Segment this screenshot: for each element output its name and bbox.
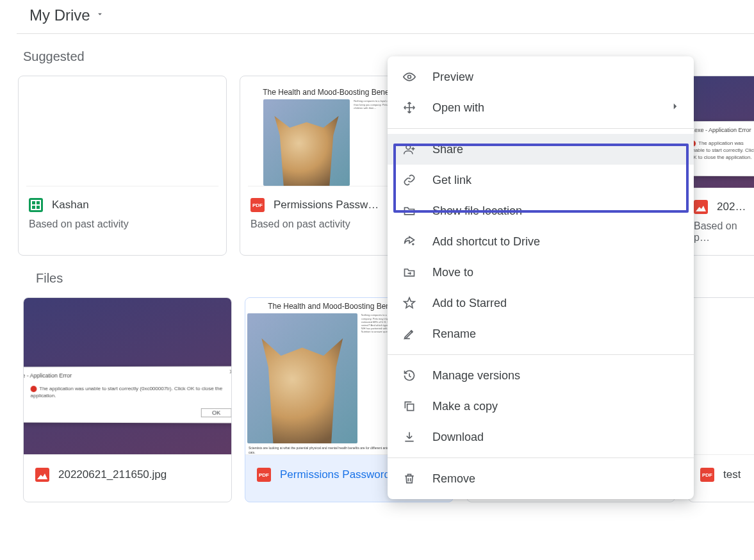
thumbnail xyxy=(26,84,218,186)
menu-item-label: Show file location xyxy=(432,204,522,218)
menu-item-rename[interactable]: Rename xyxy=(388,318,694,349)
menu-item-label: Share xyxy=(432,143,463,156)
image-icon xyxy=(35,468,49,482)
card-title: 2022… xyxy=(717,201,749,213)
card-title: Kashan xyxy=(52,199,89,211)
menu-item-label: Get link xyxy=(432,174,471,187)
thumbnail xyxy=(689,298,754,455)
card-title: Permissions Password… xyxy=(280,468,401,481)
menu-item-showloc[interactable]: Show file location xyxy=(388,195,694,226)
thumbnail: UPDF.exe - Application Error The applica… xyxy=(684,76,754,188)
suggested-card[interactable]: Kashan Based on past activity xyxy=(18,76,227,256)
card-title: 20220621_211650.jpg xyxy=(58,468,167,481)
file-card[interactable]: ✕ xe - Application Error The application… xyxy=(23,297,232,502)
download-icon xyxy=(403,431,416,443)
menu-item-copy[interactable]: Make a copy xyxy=(388,391,694,422)
menu-item-remove[interactable]: Remove xyxy=(388,463,694,494)
sheets-icon xyxy=(29,198,43,212)
card-title: test xyxy=(723,468,741,481)
pdf-icon: PDF xyxy=(250,198,265,212)
card-subtitle: Based on past activity xyxy=(29,218,216,230)
pdf-icon: PDF xyxy=(700,468,714,482)
shortcut-icon xyxy=(403,235,416,248)
dropdown-icon xyxy=(95,10,104,21)
link-icon xyxy=(403,174,416,186)
menu-item-label: Rename xyxy=(432,327,476,341)
star-icon xyxy=(403,297,416,309)
thumbnail: ✕ xe - Application Error The application… xyxy=(24,298,231,455)
menu-item-star[interactable]: Add to Starred xyxy=(388,288,694,318)
person-add-icon xyxy=(403,143,416,156)
menu-item-label: Manage versions xyxy=(432,369,520,383)
menu-item-versions[interactable]: Manage versions xyxy=(388,360,694,391)
chevron-right-icon xyxy=(669,101,681,115)
menu-item-label: Open with xyxy=(432,101,484,115)
svg-point-0 xyxy=(408,76,411,79)
menu-item-label: Move to xyxy=(432,266,473,279)
card-subtitle: Based on p… xyxy=(694,220,749,243)
menu-item-preview[interactable]: Preview xyxy=(388,62,694,92)
svg-rect-2 xyxy=(407,404,414,411)
menu-separator xyxy=(388,457,694,458)
pdf-icon: PDF xyxy=(257,468,271,482)
menu-separator xyxy=(388,354,694,355)
menu-item-label: Add to Starred xyxy=(432,297,507,310)
card-title: Permissions Passw… xyxy=(274,199,379,211)
location-title: My Drive xyxy=(29,6,90,24)
menu-item-label: Preview xyxy=(432,70,473,84)
copy-icon xyxy=(403,400,416,413)
menu-separator xyxy=(388,128,694,129)
menu-item-label: Download xyxy=(432,431,484,444)
pencil-icon xyxy=(403,327,416,340)
svg-point-1 xyxy=(406,145,411,149)
history-icon xyxy=(403,369,416,382)
menu-item-shortcut[interactable]: Add shortcut to Drive xyxy=(388,226,694,257)
eye-icon xyxy=(403,70,416,83)
menu-item-share[interactable]: Share xyxy=(388,134,694,165)
move-arrows-icon xyxy=(403,101,416,114)
menu-item-label: Remove xyxy=(432,472,475,486)
file-card[interactable]: PDF test xyxy=(688,297,754,502)
menu-item-download[interactable]: Download xyxy=(388,422,694,452)
image-icon xyxy=(694,200,708,214)
menu-item-moveto[interactable]: Move to xyxy=(388,257,694,288)
menu-item-label: Make a copy xyxy=(432,400,498,413)
menu-item-openwith[interactable]: Open with xyxy=(388,92,694,123)
folder-move-icon xyxy=(403,266,416,279)
context-menu: PreviewOpen withShareGet linkShow file l… xyxy=(388,56,694,499)
location-header[interactable]: My Drive xyxy=(17,0,754,34)
trash-icon xyxy=(403,472,416,485)
menu-item-getlink[interactable]: Get link xyxy=(388,165,694,195)
folder-icon xyxy=(403,204,416,217)
menu-item-label: Add shortcut to Drive xyxy=(432,235,540,249)
